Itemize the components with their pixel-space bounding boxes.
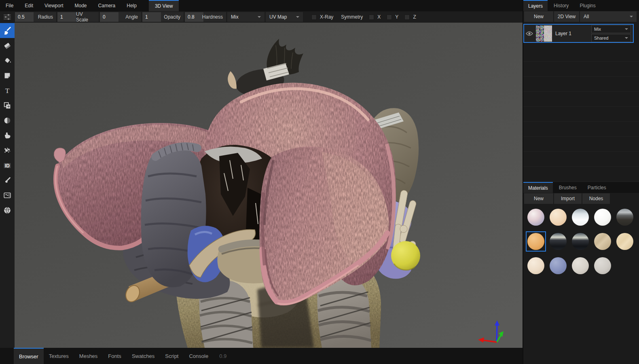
version-label: 0.9 <box>214 348 232 364</box>
hardness-field[interactable]: 0.8 Hardness <box>185 12 226 22</box>
2d-view-button[interactable]: 2D View <box>554 11 579 22</box>
blend-mode-value: Mix <box>231 14 239 20</box>
symmetry-z-checkbox[interactable] <box>404 15 410 20</box>
tool-brush[interactable] <box>0 23 15 38</box>
brush-icon <box>3 26 12 35</box>
material-swatch-selected[interactable] <box>526 231 546 252</box>
toolbar-handle-icon[interactable] <box>1 12 14 22</box>
material-swatch[interactable] <box>615 231 635 252</box>
new-material-button[interactable]: New <box>524 193 553 204</box>
spray-splatter-icon <box>3 146 12 155</box>
material-sphere <box>594 257 611 274</box>
hardness-label: Hardness <box>203 12 226 22</box>
import-material-button[interactable]: Import <box>554 193 582 204</box>
opacity-field[interactable]: 1 Opacity <box>142 12 184 22</box>
material-swatch[interactable] <box>570 256 590 276</box>
menu-viewport[interactable]: Viewport <box>39 0 69 11</box>
material-sphere <box>616 209 633 226</box>
tool-fill[interactable] <box>0 53 15 68</box>
layer-blend-dropdown[interactable]: Mix <box>591 25 631 33</box>
material-swatch[interactable] <box>548 231 568 252</box>
symmetry-x-group: X <box>369 14 381 20</box>
tab-3d-view[interactable]: 3D View <box>149 0 179 11</box>
tab-layers[interactable]: Layers <box>523 0 548 11</box>
layer-share-dropdown[interactable]: Shared <box>591 34 631 42</box>
angle-value[interactable]: 0 <box>100 12 118 22</box>
layer-thumbnail <box>536 25 552 42</box>
symmetry-y-checkbox[interactable] <box>387 15 392 20</box>
tool-eraser[interactable] <box>0 38 15 53</box>
tool-decal[interactable] <box>0 68 15 83</box>
tab-console[interactable]: Console <box>184 348 214 364</box>
layer-filter-dropdown[interactable]: All <box>580 11 637 22</box>
xray-checkbox[interactable] <box>311 15 317 20</box>
uv-map-dropdown[interactable]: UV Map <box>266 12 303 22</box>
symmetry-x-checkbox[interactable] <box>369 15 374 20</box>
viewport-canvas <box>15 23 523 348</box>
uv-scale-field[interactable]: 1 UV Scale <box>57 12 99 22</box>
tab-history[interactable]: History <box>549 0 573 11</box>
tool-clone[interactable] <box>0 98 15 113</box>
hardness-value[interactable]: 0.8 <box>185 12 203 22</box>
material-sphere <box>527 257 544 274</box>
material-swatch[interactable] <box>570 231 590 252</box>
radius-value[interactable]: 0.5 <box>15 12 34 22</box>
material-swatch[interactable] <box>615 207 635 227</box>
material-swatch[interactable] <box>592 231 613 252</box>
new-layer-button[interactable]: New <box>524 11 553 22</box>
radius-field[interactable]: 0.5 Radius <box>15 12 56 22</box>
tab-plugins[interactable]: Plugins <box>575 0 600 11</box>
tool-bake[interactable] <box>0 188 15 203</box>
material-swatch[interactable] <box>526 256 546 276</box>
tool-smudge[interactable] <box>0 128 15 143</box>
tab-brushes[interactable]: Brushes <box>554 182 582 193</box>
bake-icon <box>3 191 12 200</box>
menu-help[interactable]: Help <box>121 0 142 11</box>
material-swatch[interactable] <box>592 207 613 227</box>
menu-edit[interactable]: Edit <box>19 0 39 11</box>
material-swatch[interactable] <box>570 207 590 227</box>
tool-blur[interactable] <box>0 113 15 128</box>
menu-mode[interactable]: Mode <box>69 0 93 11</box>
tab-meshes[interactable]: Meshes <box>74 348 103 364</box>
materials-grid <box>523 204 639 276</box>
tool-text[interactable]: T <box>0 83 15 98</box>
tab-fonts[interactable]: Fonts <box>103 348 127 364</box>
materials-tabbar: Materials Brushes Particles <box>523 182 639 193</box>
blur-icon <box>3 116 12 125</box>
tool-particle[interactable] <box>0 143 15 158</box>
uv-scale-value[interactable]: 1 <box>57 12 76 22</box>
tab-browser[interactable]: Browser <box>14 348 44 364</box>
menu-file[interactable]: File <box>0 0 19 11</box>
paint-bucket-icon <box>3 56 12 65</box>
tab-textures[interactable]: Textures <box>44 348 74 364</box>
bottom-tab-bar: Browser Textures Meshes Fonts Swatches S… <box>0 348 523 364</box>
blend-mode-dropdown[interactable]: Mix <box>227 12 264 22</box>
material-sphere <box>550 233 567 250</box>
material-sphere-icon <box>3 206 12 215</box>
material-swatch[interactable] <box>548 256 568 276</box>
decal-icon <box>3 71 12 80</box>
tab-materials[interactable]: Materials <box>523 182 553 193</box>
chevron-down-icon <box>296 16 299 18</box>
tool-picker[interactable] <box>0 173 15 188</box>
tool-colorid[interactable]: ID <box>0 158 15 173</box>
material-sphere <box>594 233 611 250</box>
nodes-button[interactable]: Nodes <box>582 193 610 204</box>
opacity-value[interactable]: 1 <box>142 12 161 22</box>
material-sphere <box>572 233 589 250</box>
material-swatch[interactable] <box>592 256 613 276</box>
tool-material[interactable] <box>0 203 15 218</box>
main-column: File Edit Viewport Mode Camera Help 3D V… <box>0 0 523 364</box>
angle-field[interactable]: 0 Angle <box>100 12 141 22</box>
viewport-3d[interactable] <box>15 23 523 348</box>
visibility-eye-icon[interactable] <box>525 31 533 36</box>
tab-script[interactable]: Script <box>160 348 184 364</box>
layer-row[interactable]: Layer 1 Mix Shared <box>523 24 634 43</box>
material-swatch[interactable] <box>548 207 568 227</box>
tab-swatches[interactable]: Swatches <box>127 348 160 364</box>
material-swatch[interactable] <box>526 207 546 227</box>
tab-particles[interactable]: Particles <box>583 182 611 193</box>
menu-camera[interactable]: Camera <box>93 0 121 11</box>
opacity-label: Opacity <box>161 12 184 22</box>
